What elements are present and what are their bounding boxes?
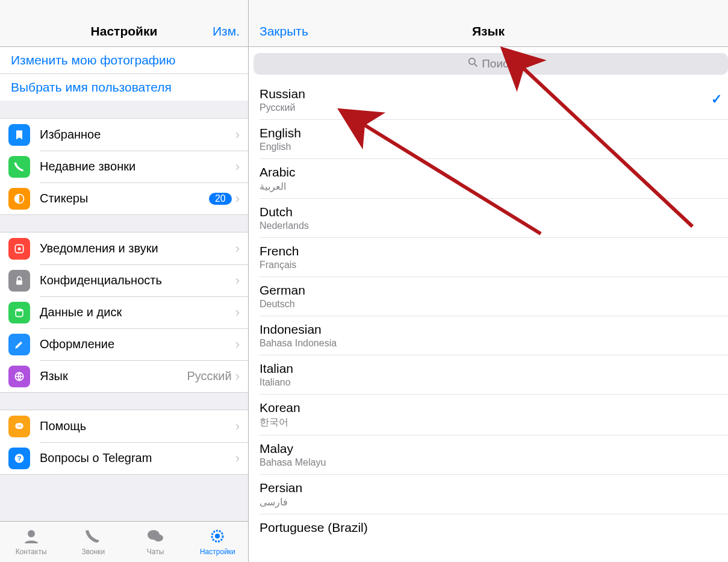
row-stickers[interactable]: Стикеры 20 › bbox=[0, 183, 248, 214]
settings-title: Настройки bbox=[0, 24, 248, 39]
language-row[interactable]: RussianРусский✓ bbox=[260, 81, 728, 120]
change-photo-link[interactable]: Изменить мою фотографию bbox=[0, 47, 248, 73]
language-row[interactable]: Persianفارسى bbox=[260, 475, 728, 514]
language-title: Arabic bbox=[260, 165, 728, 180]
language-list[interactable]: RussianРусский✓EnglishEnglishArabicالعرب… bbox=[260, 81, 728, 562]
row-label: Данные и диск bbox=[40, 305, 235, 319]
bookmark-icon bbox=[8, 124, 30, 146]
gear-icon bbox=[208, 528, 226, 546]
language-title: Portuguese (Brazil) bbox=[260, 520, 728, 535]
svg-text:?: ? bbox=[17, 454, 21, 462]
group-gap bbox=[0, 474, 248, 510]
row-faq[interactable]: ? Вопросы о Telegram › bbox=[0, 442, 248, 474]
language-row[interactable]: Korean한국어 bbox=[260, 395, 728, 436]
row-label: Помощь bbox=[40, 419, 235, 433]
language-subtitle: Français bbox=[260, 260, 728, 270]
language-row[interactable]: DutchNederlands bbox=[260, 199, 728, 238]
row-language[interactable]: Язык Русский › bbox=[0, 360, 248, 392]
row-data[interactable]: Данные и диск › bbox=[0, 296, 248, 328]
tab-label: Настройки bbox=[200, 548, 235, 556]
language-row[interactable]: GermanDeutsch bbox=[260, 277, 728, 316]
group-gap bbox=[0, 392, 248, 410]
language-row[interactable]: EnglishEnglish bbox=[260, 120, 728, 159]
language-row[interactable]: IndonesianBahasa Indonesia bbox=[260, 316, 728, 355]
language-header: Закрыть Язык bbox=[249, 0, 728, 47]
choose-username-link[interactable]: Выбрать имя пользователя bbox=[0, 73, 248, 101]
language-subtitle: Deutsch bbox=[260, 299, 728, 310]
row-label: Вопросы о Telegram bbox=[40, 451, 235, 465]
question-icon: ? bbox=[8, 448, 30, 469]
settings-scroll[interactable]: Изменить мою фотографию Выбрать имя поль… bbox=[0, 47, 248, 521]
language-title: French bbox=[260, 244, 728, 258]
language-subtitle: Nederlands bbox=[260, 220, 728, 231]
row-notifications[interactable]: Уведомления и звуки › bbox=[0, 233, 248, 264]
language-title: Язык bbox=[249, 24, 728, 39]
lock-icon bbox=[8, 270, 30, 292]
language-row[interactable]: Portuguese (Brazil) bbox=[260, 514, 728, 541]
globe-icon bbox=[8, 366, 30, 387]
stickers-badge: 20 bbox=[209, 193, 232, 205]
language-panel: Закрыть Язык Поиск RussianРусский✓Englis… bbox=[249, 0, 728, 562]
row-privacy[interactable]: Конфиденциальность › bbox=[0, 264, 248, 296]
group-gap bbox=[0, 214, 248, 233]
language-row[interactable]: FrenchFrançais bbox=[260, 238, 728, 277]
chevron-right-icon: › bbox=[235, 273, 240, 289]
contacts-icon bbox=[22, 528, 40, 546]
tab-bar: Контакты Звонки Чаты Настройки bbox=[0, 521, 249, 562]
tab-settings[interactable]: Настройки bbox=[187, 522, 249, 562]
settings-header: Настройки Изм. bbox=[0, 0, 248, 47]
language-row[interactable]: MalayBahasa Melayu bbox=[260, 436, 728, 475]
language-title: Russian bbox=[260, 87, 728, 101]
brush-icon bbox=[8, 334, 30, 355]
svg-line-21 bbox=[474, 64, 477, 66]
chevron-right-icon: › bbox=[235, 159, 240, 175]
tab-label: Чаты bbox=[147, 548, 164, 556]
language-title: Malay bbox=[260, 442, 728, 456]
tab-label: Контакты bbox=[16, 548, 47, 556]
language-title: Persian bbox=[260, 481, 728, 495]
row-help[interactable]: Помощь › bbox=[0, 410, 248, 442]
language-title: Italian bbox=[260, 361, 728, 376]
chats-icon bbox=[146, 528, 164, 546]
chevron-right-icon: › bbox=[235, 337, 240, 352]
tab-contacts[interactable]: Контакты bbox=[0, 522, 62, 562]
phone-icon bbox=[84, 528, 102, 546]
row-recent-calls[interactable]: Недавние звонки › bbox=[0, 151, 248, 183]
language-subtitle: 한국어 bbox=[260, 416, 728, 429]
chevron-right-icon: › bbox=[235, 127, 240, 143]
chevron-right-icon: › bbox=[235, 305, 240, 320]
search-input[interactable]: Поиск bbox=[254, 53, 728, 75]
language-row[interactable]: ItalianItaliano bbox=[260, 355, 728, 395]
language-subtitle: Русский bbox=[260, 102, 728, 113]
tab-chats[interactable]: Чаты bbox=[125, 522, 187, 562]
language-subtitle: Bahasa Indonesia bbox=[260, 338, 728, 349]
chevron-right-icon: › bbox=[235, 419, 240, 434]
row-value: Русский bbox=[187, 369, 231, 383]
row-label: Язык bbox=[40, 369, 187, 383]
language-title: Indonesian bbox=[260, 322, 728, 337]
group-gap bbox=[0, 101, 248, 119]
row-appearance[interactable]: Оформление › bbox=[0, 328, 248, 360]
language-title: German bbox=[260, 283, 728, 298]
tab-calls[interactable]: Звонки bbox=[62, 522, 124, 562]
row-label: Недавние звонки bbox=[40, 160, 235, 173]
svg-point-5 bbox=[18, 247, 21, 250]
language-title: Dutch bbox=[260, 205, 728, 219]
language-title: Korean bbox=[260, 401, 728, 415]
chevron-right-icon: › bbox=[235, 369, 240, 384]
svg-point-15 bbox=[28, 530, 35, 537]
svg-rect-6 bbox=[16, 280, 22, 285]
row-label: Стикеры bbox=[40, 192, 209, 205]
chevron-right-icon: › bbox=[235, 451, 240, 466]
edit-button[interactable]: Изм. bbox=[213, 24, 240, 39]
settings-panel: Настройки Изм. Изменить мою фотографию В… bbox=[0, 0, 249, 562]
svg-point-19 bbox=[215, 534, 220, 539]
language-row[interactable]: Arabicالعربية bbox=[260, 159, 728, 199]
svg-point-20 bbox=[469, 58, 475, 64]
language-title: English bbox=[260, 126, 728, 140]
row-favorites[interactable]: Избранное › bbox=[0, 119, 248, 151]
notifications-icon bbox=[8, 238, 30, 260]
svg-point-10 bbox=[17, 425, 19, 426]
svg-point-11 bbox=[19, 425, 20, 426]
row-label: Уведомления и звуки bbox=[40, 242, 235, 255]
